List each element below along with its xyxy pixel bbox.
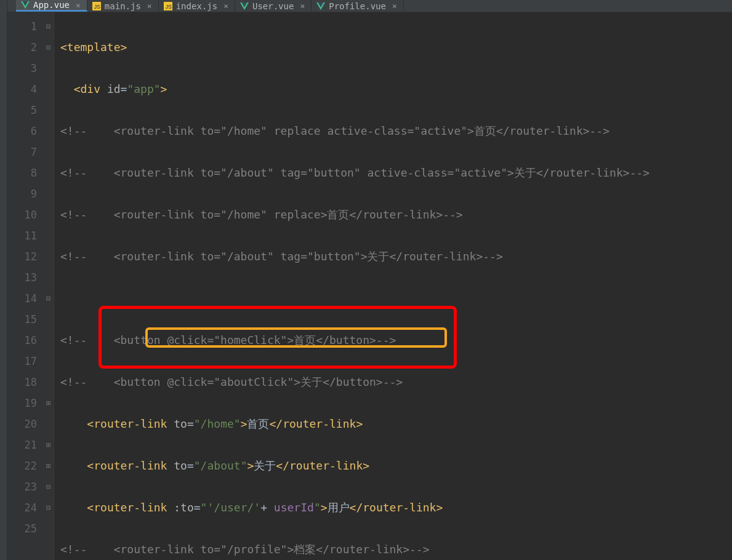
tab-app-vue[interactable]: App.vue × xyxy=(16,0,87,12)
code-line: <router-link to="/home">首页</router-link> xyxy=(60,414,732,434)
code-line: <div id="app"> xyxy=(60,79,732,100)
tab-label: main.js xyxy=(105,1,141,11)
tab-index-js[interactable]: JS index.js × xyxy=(159,0,235,12)
code-editor[interactable]: 1 2 3 4 5 6 7 8 9 10 11 12 13 14 15 16 1… xyxy=(7,12,732,560)
line-number: 14 xyxy=(7,288,37,309)
fold-gutter: ⊟ ⊟ ⊟ ⊞ ⊞ ⊞ ⊟ ⊟ xyxy=(43,12,54,560)
code-area[interactable]: <template> <div id="app"> <!-- <router-l… xyxy=(54,12,732,560)
line-number: 25 xyxy=(7,518,37,539)
line-number: 16 xyxy=(7,330,37,351)
code-line: <!-- <button @click="aboutClick">关于</but… xyxy=(60,372,732,393)
line-number: 1 xyxy=(7,16,37,37)
fold-toggle-icon[interactable]: ⊟ xyxy=(43,16,54,37)
tab-user-vue[interactable]: User.vue × xyxy=(235,0,312,12)
code-line: <!-- <router-link to="/about" tag="butto… xyxy=(60,162,732,183)
code-line: <!-- <button @click="homeClick">首页</butt… xyxy=(60,330,732,351)
code-line: <router-link :to="'/user/'+ userId">用户</… xyxy=(60,497,732,518)
code-line: <router-link to="/about">关于</router-link… xyxy=(60,455,732,476)
code-line: <!-- <router-link to="/profile">档案</rout… xyxy=(60,539,732,560)
line-number: 13 xyxy=(7,267,37,288)
line-number: 7 xyxy=(7,142,37,162)
line-number: 4 xyxy=(7,79,37,100)
code-line xyxy=(60,288,732,309)
line-number: 8 xyxy=(7,162,37,183)
code-line: <!-- <router-link to="/about" tag="butto… xyxy=(60,246,732,267)
line-number: 20 xyxy=(7,414,37,434)
js-icon: JS xyxy=(164,2,172,10)
vue-icon xyxy=(316,2,325,10)
fold-end-icon[interactable]: ⊞ xyxy=(43,455,54,476)
tab-label: index.js xyxy=(176,1,217,11)
close-icon[interactable]: × xyxy=(390,1,397,10)
line-number: 5 xyxy=(7,100,37,121)
line-number: 6 xyxy=(7,121,37,142)
line-number: 17 xyxy=(7,351,37,372)
code-line: <!-- <router-link to="/home" replace>首页<… xyxy=(60,204,732,225)
line-number-gutter: 1 2 3 4 5 6 7 8 9 10 11 12 13 14 15 16 1… xyxy=(7,12,43,560)
line-number: 2 xyxy=(7,37,37,58)
close-icon[interactable]: × xyxy=(221,1,228,10)
editor-tabbar: App.vue × JS main.js × JS index.js × Use… xyxy=(7,0,732,12)
line-number: 22 xyxy=(7,455,37,476)
svg-text:JS: JS xyxy=(94,4,100,10)
fold-end-icon[interactable]: ⊞ xyxy=(43,393,54,414)
vue-icon xyxy=(21,1,30,9)
line-number: 10 xyxy=(7,204,37,225)
fold-toggle-icon[interactable]: ⊟ xyxy=(43,288,54,309)
fold-toggle-icon[interactable]: ⊟ xyxy=(43,497,54,518)
line-number: 21 xyxy=(7,434,37,455)
line-number: 18 xyxy=(7,372,37,393)
fold-end-icon[interactable]: ⊞ xyxy=(43,434,54,455)
line-number: 11 xyxy=(7,225,37,246)
close-icon[interactable]: × xyxy=(145,1,152,10)
tab-main-js[interactable]: JS main.js × xyxy=(87,0,159,12)
tool-window-stripe[interactable] xyxy=(0,0,7,560)
tab-label: Profile.vue xyxy=(329,1,386,11)
code-line: <template> xyxy=(60,37,732,58)
tab-profile-vue[interactable]: Profile.vue × xyxy=(312,0,404,12)
close-icon[interactable]: × xyxy=(297,1,305,10)
js-icon: JS xyxy=(92,2,101,10)
line-number: 23 xyxy=(7,476,37,497)
fold-toggle-icon[interactable]: ⊟ xyxy=(43,37,54,58)
tab-label: App.vue xyxy=(33,0,70,10)
close-icon[interactable]: × xyxy=(73,1,81,10)
line-number: 9 xyxy=(7,183,37,204)
tab-label: User.vue xyxy=(252,1,294,11)
vue-icon xyxy=(240,2,249,10)
line-number: 24 xyxy=(7,497,37,518)
line-number: 15 xyxy=(7,309,37,330)
line-number: 3 xyxy=(7,58,37,79)
fold-toggle-icon[interactable]: ⊟ xyxy=(43,476,54,497)
svg-text:JS: JS xyxy=(165,4,171,10)
code-line: <!-- <router-link to="/home" replace act… xyxy=(60,121,732,142)
line-number: 12 xyxy=(7,246,37,267)
line-number: 19 xyxy=(7,393,37,414)
